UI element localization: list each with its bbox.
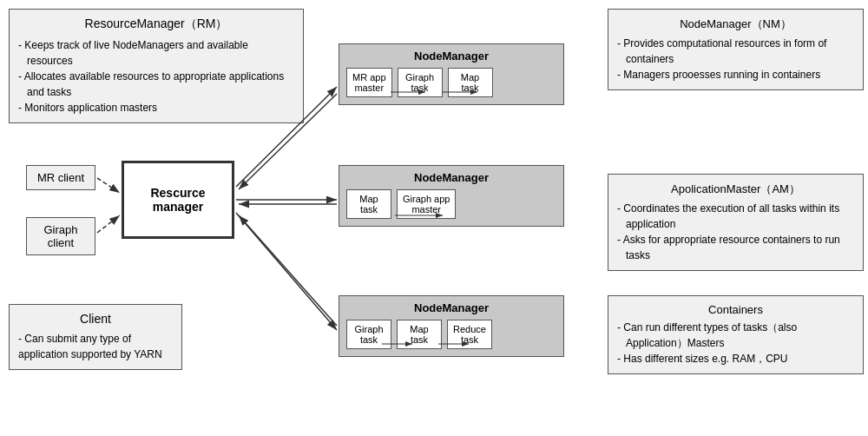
am-panel-content: - Coordinates the execution of all tasks… <box>617 201 854 263</box>
giraph-client-box: Giraph client <box>26 217 95 255</box>
nm2-task-2: Giraph appmaster <box>397 189 456 219</box>
resource-manager-label: Rescurce manager <box>124 186 232 214</box>
mr-client-label: MR client <box>37 171 84 184</box>
containers-panel-content: - Can run different types of tasks（also … <box>617 320 854 367</box>
giraph-client-label: Giraph client <box>43 223 77 249</box>
nm3-tasks: Giraphtask Maptask Reducetask <box>346 320 556 349</box>
client-panel-title: Client <box>18 312 173 326</box>
nm3-task-3: Reducetask <box>447 320 492 349</box>
nm-bullet-1: - Provides computational resources in fo… <box>617 36 854 67</box>
containers-info-panel: Containers - Can run different types of … <box>608 295 864 374</box>
giraph-client-arrow <box>97 215 120 233</box>
rm-bullet-3: - Monitors application masters <box>18 100 294 116</box>
nm3-task-2: Maptask <box>397 320 442 349</box>
nm-info-panel: NodeManager（NM） - Provides computational… <box>608 9 864 90</box>
client-panel-content: - Can submit any type of application sup… <box>18 331 173 362</box>
containers-panel-title: Containers <box>617 303 854 316</box>
resource-manager-box: Rescurce manager <box>122 161 234 239</box>
am-bullet-1: - Coordinates the execution of all tasks… <box>617 201 854 232</box>
containers-bullet-1: - Can run different types of tasks（also … <box>617 320 854 351</box>
nodemanager-1: NodeManager MR appmaster Giraphtask Mapt… <box>339 43 564 105</box>
rm-bullet-1: - Keeps track of live NodeManagers and a… <box>18 37 294 69</box>
nm3-task-1: Giraphtask <box>346 320 391 349</box>
nodemanager-2: NodeManager Maptask Giraph appmaster <box>339 165 564 227</box>
am-info-panel: ApolicationMaster（AM） - Coordinates the … <box>608 174 864 271</box>
am-panel-title: ApolicationMaster（AM） <box>617 182 854 197</box>
nm-bullet-2: - Managers prooesses running in containe… <box>617 67 854 83</box>
nm2-title: NodeManager <box>346 171 556 184</box>
rm-title: ResourceManager（RM） <box>18 17 294 32</box>
rm-content: - Keeps track of live NodeManagers and a… <box>18 37 294 116</box>
client-bullet-1: - Can submit any type of application sup… <box>18 333 162 360</box>
nm1-task-3: Maptask <box>448 68 493 97</box>
nm1-task-2: Giraphtask <box>398 68 443 97</box>
am-bullet-2: - Asks for appropriate resource containe… <box>617 232 854 263</box>
nm1-tasks: MR appmaster Giraphtask Maptask <box>346 68 556 97</box>
rm-bullet-2: - Allocates available resources to appro… <box>18 69 294 100</box>
nm2-task-1: Maptask <box>346 189 391 219</box>
nm1-title: NodeManager <box>346 50 556 63</box>
nm-panel-title: NodeManager（NM） <box>617 17 854 32</box>
nodemanager-3: NodeManager Giraphtask Maptask Reducetas… <box>339 295 564 357</box>
nm-panel-content: - Provides computational resources in fo… <box>617 36 854 83</box>
nm2-tasks: Maptask Giraph appmaster <box>346 189 556 219</box>
containers-bullet-2: - Has different sizes e.g. RAM，CPU <box>617 351 854 367</box>
rm-to-nm3-arrow <box>236 213 337 330</box>
mr-client-arrow <box>97 178 120 193</box>
nm1-task-1: MR appmaster <box>346 68 392 97</box>
client-panel: Client - Can submit any type of applicat… <box>9 304 182 370</box>
mr-client-box: MR client <box>26 165 95 190</box>
nm3-to-rm-arrow <box>239 215 337 326</box>
nm3-title: NodeManager <box>346 301 556 314</box>
resource-manager-panel: ResourceManager（RM） - Keeps track of liv… <box>9 9 304 123</box>
